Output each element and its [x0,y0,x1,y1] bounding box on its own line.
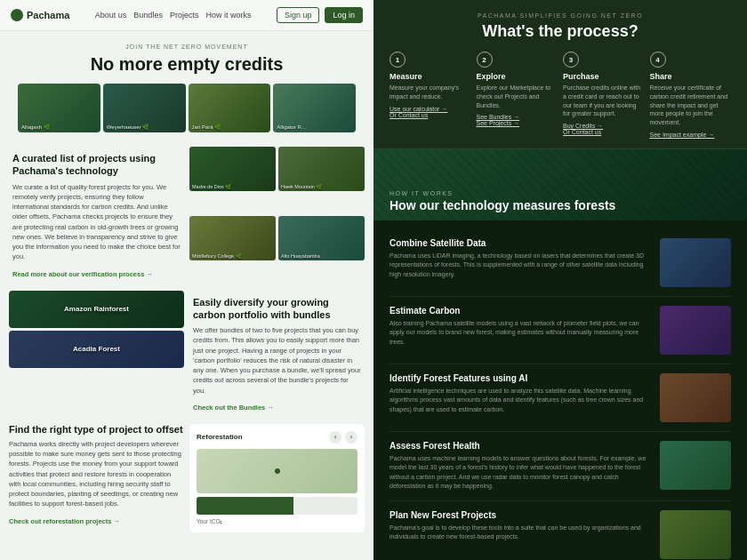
reforestation-body: Pachama works directly with project deve… [9,439,184,509]
logo[interactable]: Pachama [11,9,69,21]
feature-satellite: Combine Satellite Data Pachama uses LiDA… [390,229,731,297]
hero-img-label-1: Weyerhaeuser 🌿 [107,124,149,130]
reforestation-heading: Find the right type of project to offset [9,424,184,435]
feature-carbon-text: Estimate Carbon Also training Pachama sa… [390,306,653,355]
bundle-body: We offer bundles of two to five projects… [193,325,361,396]
process-section: PACHAMA SIMPLIFIES GOING NET ZERO What's… [374,0,747,149]
reforestation-section: Find the right type of project to offset… [0,424,374,543]
step-title-explore: Explore [477,72,558,81]
feature-satellite-title: Combine Satellite Data [390,238,653,248]
step-title-purchase: Purchase [563,72,645,81]
feature-satellite-text: Combine Satellite Data Pachama uses LiDA… [390,238,653,287]
project-img-alto: Alto Huayabamba [278,216,365,260]
bundle-label-acadia: Acadia Forest [73,345,120,353]
feature-new-forest-image [660,510,731,559]
tech-hero-overlay: HOW IT WORKS How our technology measures… [390,190,731,213]
bundle-link[interactable]: Check out the Bundles → [193,404,274,412]
nav-about[interactable]: About us [95,11,127,20]
feature-health: Assess Forest Health Pachama uses machin… [390,432,731,501]
widget-label: Your tCO₂ [197,518,357,525]
bundle-images: Amazon Rainforest Acadia Forest [9,291,184,417]
bundle-label-amazon: Amazon Rainforest [64,305,129,313]
widget-bar [197,497,357,515]
feature-satellite-image [660,238,731,287]
step-link-measure[interactable]: Use our calculator →Or Contact us [390,106,471,118]
widget-arrow-right[interactable]: › [345,431,357,444]
hero-title: No more empty credits [18,53,356,75]
project-label-middlebury: Middlebury College 🌿 [192,253,242,259]
feature-health-image [660,441,731,490]
widget-title: Reforestation [197,433,243,441]
feature-health-desc: Pachama uses machine learning models to … [390,454,653,492]
hero-img-label-0: Allagash 🌿 [21,124,50,130]
feature-carbon-image [660,306,731,355]
curated-text: A curated list of projects using Pachama… [9,147,184,284]
right-panel: PACHAMA SIMPLIFIES GOING NET ZERO What's… [374,0,747,560]
step-num-4: 4 [650,52,666,68]
bundle-img-acadia: Acadia Forest [9,331,184,368]
feature-health-text: Assess Forest Health Pachama uses machin… [390,441,653,492]
widget-header: Reforestation ‹ › [197,431,357,444]
bundles-section: Amazon Rainforest Acadia Forest Easily d… [0,291,374,424]
tech-title: How our technology measures forests [390,198,731,213]
tech-tag: HOW IT WORKS [390,190,731,196]
step-link-share[interactable]: See Impact example → [650,132,732,138]
step-desc-measure: Measure your company's impact and reduce… [390,84,471,101]
curated-images: Madre de Dios 🌿 Hawk Mountain 🌿 Middlebu… [189,147,365,284]
map-dot [275,468,280,474]
widget-arrow-left[interactable]: ‹ [329,431,341,444]
feature-new-forest-desc: Pachama's goal is to develop these tools… [390,524,653,542]
step-num-1: 1 [390,52,406,68]
feature-carbon-desc: Also training Pachama satellite models u… [390,319,653,348]
feature-carbon: Estimate Carbon Also training Pachama sa… [390,297,731,364]
navigation: Pachama About us Bundles Projects How it… [0,0,374,31]
bundle-heading: Easily diversify your growing carbon por… [193,296,361,322]
step-title-measure: Measure [390,72,471,81]
step-link-purchase[interactable]: Buy Credits →Or Contact us [563,123,645,135]
hero-image-weyerhaeuser: Weyerhaeuser 🌿 [103,84,186,132]
feature-ai-image [660,373,731,422]
widget-arrows: ‹ › [329,431,357,444]
process-tag: PACHAMA SIMPLIFIES GOING NET ZERO [390,12,731,19]
project-img-madre: Madre de Dios 🌿 [189,147,276,191]
feature-new-forest-title: Plan New Forest Projects [390,510,653,520]
nav-projects[interactable]: Projects [170,11,199,20]
signup-button[interactable]: Sign up [277,7,320,23]
step-desc-purchase: Purchase credits online with a credit ca… [563,84,645,118]
feature-carbon-title: Estimate Carbon [390,306,653,316]
widget-map [197,449,357,493]
step-purchase: 3 Purchase Purchase credits online with … [563,52,645,138]
step-desc-explore: Explore our Marketplace to check out Pro… [477,84,558,109]
curated-link[interactable]: Read more about our verification process… [12,270,153,278]
feature-satellite-desc: Pachama uses LiDAR imaging, a technology… [390,252,653,280]
project-img-hawk: Hawk Mountain 🌿 [278,147,365,191]
step-explore: 2 Explore Explore our Marketplace to che… [477,52,558,138]
hero-img-label-2: Jari Pará 🌿 [192,124,221,130]
hero-tag: JOIN THE NET ZERO MOVEMENT [18,44,356,50]
nav-bundles[interactable]: Bundles [133,11,163,20]
step-desc-share: Receive your certificate of carbon credi… [650,84,732,127]
process-steps: 1 Measure Measure your company's impact … [390,52,731,138]
feature-ai: Identify Forest Features using AI Artifi… [390,364,731,432]
curated-section: A curated list of projects using Pachama… [0,147,374,291]
project-label-alto: Alto Huayabamba [281,253,320,259]
hero-section: JOIN THE NET ZERO MOVEMENT No more empty… [0,31,374,147]
hero-img-label-3: Alligator R... [277,124,306,130]
tech-section: HOW IT WORKS How our technology measures… [374,149,747,560]
hero-image-allagash: Allagash 🌿 [18,84,100,132]
reforestation-text: Find the right type of project to offset… [9,424,184,532]
feature-ai-text: Identify Forest Features using AI Artifi… [390,373,653,422]
step-link-explore[interactable]: See Bundles →See Projects → [477,114,558,126]
login-button[interactable]: Log in [325,7,363,23]
curated-heading: A curated list of projects using Pachama… [12,152,181,178]
hero-image-jariperu: Jari Pará 🌿 [189,84,271,132]
feature-ai-title: Identify Forest Features using AI [390,373,653,383]
step-share: 4 Share Receive your certificate of carb… [650,52,732,138]
tech-features: Combine Satellite Data Pachama uses LiDA… [374,220,747,560]
feature-new-forest: Plan New Forest Projects Pachama's goal … [390,501,731,560]
project-img-middlebury: Middlebury College 🌿 [189,216,276,260]
reforestation-link[interactable]: Check out reforestation projects → [9,517,120,525]
left-panel: Pachama About us Bundles Projects How it… [0,0,374,560]
step-num-3: 3 [563,52,579,68]
nav-how[interactable]: How it works [205,11,251,20]
